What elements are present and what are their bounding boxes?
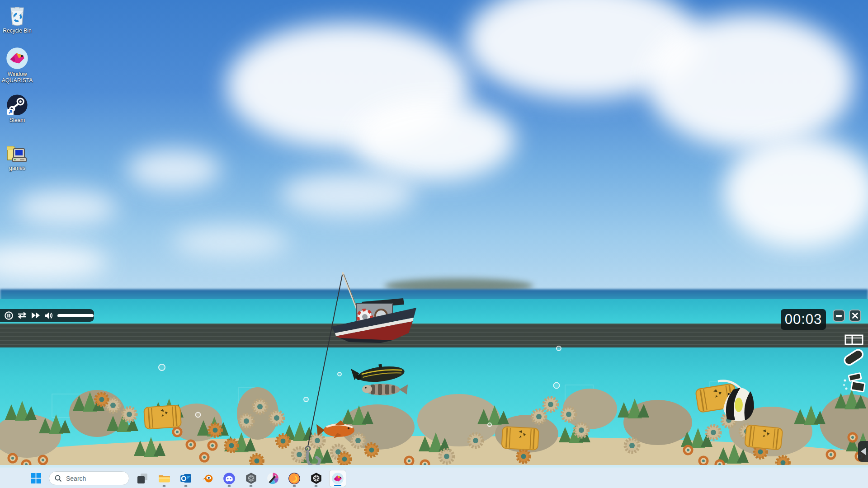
firefox-icon [288, 472, 301, 485]
sponge-icon [840, 346, 865, 369]
collapse-arrow-button[interactable] [858, 441, 868, 462]
task-view-icon [137, 473, 148, 484]
taskbar-app-unity[interactable] [242, 470, 259, 487]
pause-icon[interactable] [5, 311, 13, 320]
running-indicator [163, 485, 166, 487]
taskbar-app-file-explorer[interactable] [156, 470, 173, 487]
running-indicator [315, 485, 318, 487]
food-tool-button[interactable] [842, 371, 868, 397]
minimize-icon [836, 315, 842, 317]
minimize-button[interactable] [833, 310, 845, 322]
timer-value: 00:03 [785, 311, 822, 328]
desktop-icon-label: games [0, 165, 38, 171]
game-timer: 00:03 [781, 309, 826, 330]
fast-forward-icon[interactable] [31, 312, 40, 319]
file-explorer-icon [158, 472, 170, 484]
sponge-tool-button[interactable] [840, 346, 865, 371]
close-button[interactable] [849, 310, 861, 322]
games-folder-icon [5, 142, 29, 164]
taskbar-app-krita[interactable] [264, 470, 281, 487]
steam-icon [6, 94, 28, 116]
taskbar-app-outlook[interactable] [177, 470, 194, 487]
unity-icon [245, 472, 257, 484]
discord-icon [223, 472, 236, 485]
desktop-icon-label: Recycle Bin [0, 28, 38, 34]
food-icon [842, 371, 868, 395]
taskbar-app-aquarista[interactable] [329, 470, 346, 487]
panels-tool-button[interactable] [844, 334, 863, 347]
water-surface-band [0, 324, 868, 347]
collapse-arrow-icon [861, 448, 866, 455]
desktop-icon-aquarista[interactable]: Window AQUARISTA [0, 47, 38, 84]
search-box[interactable]: Search [49, 471, 129, 485]
running-indicator [228, 485, 231, 487]
start-button[interactable] [27, 470, 44, 487]
shortcut-arrow-icon [7, 109, 14, 115]
unity-hub-icon [310, 472, 322, 484]
aquarista-fish-icon [6, 47, 28, 70]
desktop-icon-games[interactable]: games [0, 142, 38, 171]
outlook-icon [180, 472, 192, 484]
krita-icon [267, 472, 279, 484]
desktop-icon-label: Window AQUARISTA [0, 71, 38, 84]
search-icon [55, 475, 62, 482]
sea-surface [0, 299, 868, 324]
desktop-icon-label: Steam [0, 117, 38, 123]
volume-slider[interactable] [57, 314, 94, 317]
taskbar-app-unity-hub[interactable] [307, 470, 325, 487]
desktop-icon-steam[interactable]: Steam [0, 94, 38, 123]
desktop-icon-recycle-bin[interactable]: Recycle Bin [0, 4, 38, 34]
running-indicator [250, 485, 253, 487]
search-placeholder: Search [66, 475, 86, 482]
windows-logo-icon [30, 473, 42, 484]
task-view-button[interactable] [134, 470, 151, 487]
coral-reef [0, 375, 868, 468]
taskbar: Search [0, 468, 868, 488]
panels-icon [844, 334, 863, 345]
running-indicator [184, 485, 188, 487]
active-indicator [334, 485, 341, 486]
taskbar-app-discord[interactable] [221, 470, 238, 487]
shuffle-icon[interactable] [17, 312, 27, 319]
media-control-bar [0, 309, 94, 322]
taskbar-app-blender[interactable] [199, 470, 216, 487]
blender-icon [202, 472, 214, 484]
sand-edge [0, 465, 868, 468]
close-icon [852, 313, 858, 319]
volume-icon[interactable] [44, 312, 53, 319]
taskbar-app-firefox[interactable] [286, 470, 303, 487]
recycle-bin-icon [7, 4, 28, 26]
aquarista-taskbar-icon [331, 472, 344, 485]
running-indicator [293, 485, 296, 487]
